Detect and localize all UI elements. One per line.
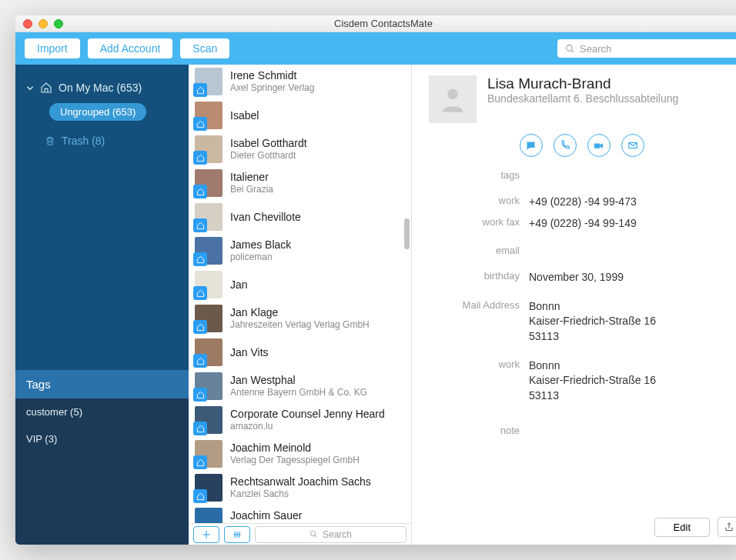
field-value-workfax: +49 (0228) -94 99-149 — [529, 216, 637, 232]
contact-row[interactable]: Ivan Chevillote — [189, 200, 411, 234]
contact-row-name: Joachim Sauer — [230, 509, 354, 522]
contact-row-sub: amazon.lu — [230, 421, 385, 432]
main-search-input[interactable]: Search — [557, 39, 736, 58]
contact-avatar — [195, 406, 222, 434]
titlebar: Cisdem ContactsMate — [15, 15, 736, 32]
home-icon — [40, 82, 52, 94]
field-label-email: email — [429, 245, 529, 256]
svg-point-8 — [310, 531, 315, 535]
contact-row-sub: Dieter Gotthardt — [230, 150, 307, 161]
contact-row-name: Jan Westphal — [230, 374, 367, 387]
field-label-tags: tags — [429, 169, 529, 181]
import-button[interactable]: Import — [25, 38, 80, 58]
contact-row[interactable]: James Blackpoliceman — [189, 234, 411, 268]
contact-row[interactable]: Isabel — [189, 98, 411, 132]
field-value-work: +49 (0228) -94 99-473 — [529, 195, 637, 210]
contact-row-sub: policeman — [230, 252, 291, 262]
contact-list-footer: Search — [189, 523, 411, 545]
home-badge-icon — [193, 117, 207, 131]
scrollbar-thumb[interactable] — [404, 218, 410, 249]
sidebar-item-label: Trash (8) — [62, 135, 105, 147]
contact-name: Lisa Murach-Brand — [487, 75, 678, 92]
share-button[interactable] — [718, 517, 736, 537]
contact-avatar — [195, 68, 222, 95]
contact-avatar — [195, 135, 222, 163]
contact-row[interactable]: Joachim MeinoldVerlag Der Tagesspiegel G… — [189, 437, 411, 471]
message-button[interactable] — [520, 134, 543, 157]
contact-avatar — [195, 271, 222, 298]
edit-button[interactable]: Edit — [654, 518, 710, 537]
contact-avatar — [195, 372, 222, 400]
contact-avatar — [195, 305, 222, 332]
contact-row[interactable]: Isabel GotthardtDieter Gotthardt — [189, 132, 411, 166]
sidebar-item-label: On My Mac (653) — [59, 82, 142, 94]
tags-section: Tags customer (5) VIP (3) — [15, 370, 189, 545]
contact-row[interactable]: Jan WestphalAntenne Bayern GmbH & Co. KG — [189, 369, 411, 403]
email-button[interactable] — [621, 134, 644, 157]
video-icon — [593, 140, 604, 152]
contact-row[interactable]: Irene SchmidtAxel Springer Verlag — [189, 65, 411, 98]
field-label-workfax: work fax — [429, 216, 529, 232]
contact-row[interactable]: Corporate Counsel Jenny Heardamazon.lu — [189, 403, 411, 437]
tags-header: Tags — [15, 370, 189, 398]
share-icon — [724, 522, 734, 532]
home-badge-icon — [193, 354, 207, 368]
app-window: Cisdem ContactsMate Import Add Account S… — [15, 15, 736, 545]
contact-row-name: Irene Schmidt — [230, 69, 314, 82]
plus-icon — [201, 529, 212, 540]
contact-row-name: Corporate Counsel Jenny Heard — [230, 408, 385, 421]
call-button[interactable] — [554, 134, 577, 157]
contact-row-sub: Bei Grazia — [230, 184, 273, 195]
sidebar-item-on-my-mac[interactable]: On My Mac (653) — [15, 77, 189, 98]
sidebar-item-trash[interactable]: Trash (8) — [15, 130, 189, 152]
window-title: Cisdem ContactsMate — [15, 18, 736, 29]
contact-list: Irene SchmidtAxel Springer VerlagIsabelI… — [189, 65, 412, 545]
contact-row-sub: Jahreszeiten Verlag Verlag GmbH — [230, 319, 370, 330]
contact-row[interactable]: ItalienerBei Grazia — [189, 166, 411, 200]
contact-row[interactable]: Jan — [189, 268, 411, 302]
add-contact-button[interactable] — [193, 526, 219, 543]
message-icon — [525, 140, 537, 152]
contact-detail: Lisa Murach-Brand Bundeskartellamt 6. Be… — [412, 65, 736, 545]
home-badge-icon — [193, 252, 207, 266]
video-button[interactable] — [587, 134, 611, 157]
contact-row-sub: MedienBureau Biebel & Sauer — [230, 522, 354, 523]
field-label-note: note — [429, 425, 529, 436]
home-badge-icon — [193, 218, 207, 232]
home-badge-icon — [193, 185, 207, 198]
home-badge-icon — [193, 388, 207, 402]
contact-avatar — [195, 508, 222, 523]
contact-company: Bundeskartellamt 6. Beschlussabteilung — [487, 92, 678, 105]
add-account-button[interactable]: Add Account — [88, 38, 173, 58]
mail-icon — [627, 140, 638, 151]
field-value-mail-address: BonnnKaiser-Friedrich-Straße 1653113 — [529, 299, 656, 345]
contact-row-name: James Black — [230, 238, 291, 252]
contact-row[interactable]: Jan Vits — [189, 335, 411, 369]
sidebar-item-ungrouped[interactable]: Ungrouped (653) — [49, 103, 146, 121]
contact-row-sub: Antenne Bayern GmbH & Co. KG — [230, 387, 367, 398]
svg-point-0 — [567, 45, 573, 51]
svg-line-9 — [315, 535, 316, 537]
home-badge-icon — [193, 489, 207, 503]
contact-avatar — [195, 338, 222, 366]
field-value-work-address: BonnnKaiser-Friedrich-Straße 1653113 — [529, 358, 656, 404]
contact-row-name: Italiener — [230, 171, 273, 184]
tag-item-vip[interactable]: VIP (3) — [15, 425, 189, 452]
contact-avatar — [195, 169, 222, 197]
sidebar: On My Mac (653) Ungrouped (653) Trash (8… — [15, 65, 189, 545]
home-badge-icon — [193, 455, 207, 469]
contact-actions — [429, 134, 734, 157]
contact-search-input[interactable]: Search — [255, 526, 406, 543]
contact-row-name: Isabel Gotthardt — [230, 137, 307, 150]
search-icon — [565, 44, 575, 54]
contact-row[interactable]: Joachim SauerMedienBureau Biebel & Sauer — [189, 505, 411, 523]
tag-item-customer[interactable]: customer (5) — [15, 398, 189, 425]
contact-row[interactable]: Jan KlageJahreszeiten Verlag Verlag GmbH — [189, 302, 411, 335]
contact-row[interactable]: Rechtsanwalt Joachim SachsKanzlei Sachs — [189, 471, 411, 505]
field-label-work: work — [429, 195, 529, 210]
columns-button[interactable] — [224, 526, 250, 543]
contact-row-name: Ivan Chevillote — [230, 211, 301, 224]
contact-row-sub: Kanzlei Sachs — [230, 488, 371, 499]
home-badge-icon — [193, 320, 207, 334]
scan-button[interactable]: Scan — [180, 38, 229, 58]
